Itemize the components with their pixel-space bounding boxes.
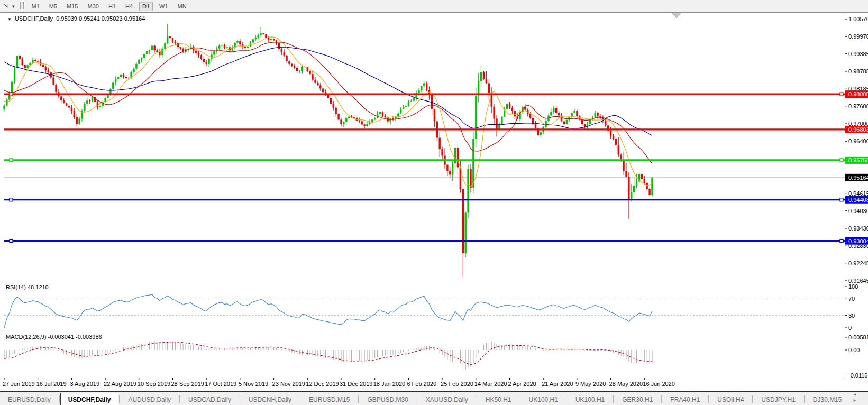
timeframe-button-m15[interactable]: M15	[63, 2, 81, 11]
candle-body	[218, 45, 220, 48]
tab-scroll-right-icon[interactable]: ▸	[854, 397, 856, 403]
candle-body	[198, 53, 199, 55]
timeframe-button-w1[interactable]: W1	[156, 2, 171, 11]
candle-body	[164, 43, 166, 49]
candle-body	[330, 98, 332, 104]
chart-tab-eurusd-m15[interactable]: EURUSD,M15	[301, 393, 358, 405]
timeframe-button-h1[interactable]: H1	[105, 2, 119, 11]
hline-handle[interactable]	[840, 93, 843, 96]
hline-handle[interactable]	[10, 93, 13, 96]
candle-body	[34, 60, 36, 61]
candle-body	[84, 104, 85, 111]
candle-body	[348, 117, 350, 118]
candle-body	[403, 107, 404, 109]
candle-body	[337, 114, 339, 119]
candle-body	[3, 106, 5, 109]
chart-tab-usdjpy-h1[interactable]: USDJPY,H1	[753, 393, 803, 405]
chart-tab-eurusd-daily[interactable]: EURUSD,Daily	[0, 393, 59, 405]
chart-tab-usdcnh-daily[interactable]: USDCNH,Daily	[241, 393, 299, 405]
candle-body	[195, 51, 197, 53]
chart-tab-fra40-h1[interactable]: FRA40,H1	[662, 393, 708, 405]
candle-body	[454, 148, 456, 163]
candle-body	[154, 45, 156, 50]
tab-separator	[520, 395, 520, 403]
hline-label: 0.95758	[848, 157, 868, 163]
chart-tab-ger30-h1[interactable]: GER30,H1	[614, 393, 661, 405]
candle-body	[169, 36, 171, 39]
candle-body	[423, 83, 425, 86]
candle-body	[78, 118, 80, 124]
tab-scroll-left-icon[interactable]: ◂	[854, 391, 856, 397]
timeframe-button-m1[interactable]: M1	[29, 2, 43, 11]
candle-body	[151, 45, 153, 50]
hline-handle[interactable]	[10, 198, 13, 201]
candle-body	[418, 90, 419, 93]
candle-body	[353, 117, 355, 118]
chart-tab-uk100-h1[interactable]: UK100,H1	[521, 393, 566, 405]
crosshair-tool-icon[interactable]: ⇲	[2, 2, 10, 11]
date-tick-label: 3 Aug 2019	[70, 381, 99, 387]
rsi-tick-label: 100	[848, 283, 858, 290]
date-tick-label: 10 Sep 2019	[138, 381, 170, 387]
rsi-indicator-label: RSI(14) 48.1210	[6, 284, 49, 290]
tab-scroll-arrows: ◂ ▸	[850, 391, 861, 403]
candle-body	[123, 75, 124, 77]
chart-tab-usdchf-daily[interactable]: USDCHF,Daily	[60, 393, 119, 405]
chart-tab-usoil-h4[interactable]: USOil,H4	[709, 393, 752, 405]
candle-body	[646, 183, 648, 189]
timeframe-button-mn[interactable]: MN	[175, 2, 190, 11]
chart-tab-xauusd-daily[interactable]: XAUUSD,Daily	[418, 393, 476, 405]
hline-handle[interactable]	[840, 240, 843, 243]
candle-body	[625, 171, 627, 177]
candle-body	[340, 119, 342, 124]
candle-body	[14, 68, 15, 82]
candle-body	[239, 41, 241, 45]
candle-body	[226, 47, 228, 48]
candle-body	[22, 59, 23, 65]
timeframe-button-m5[interactable]: M5	[46, 2, 60, 11]
chart-tab-usdcad-daily[interactable]: USDCAD,Daily	[180, 393, 239, 405]
hline-handle[interactable]	[840, 198, 843, 201]
timeframe-button-h4[interactable]: H4	[122, 2, 136, 11]
candle-body	[506, 104, 508, 109]
chart-tab-dj30-m15[interactable]: DJ30,M15	[805, 393, 850, 405]
candle-body	[37, 61, 39, 61]
hline-handle[interactable]	[840, 159, 843, 162]
date-tick-label: 2 Apr 2020	[508, 381, 536, 387]
tab-separator	[119, 395, 120, 403]
chevron-down-icon[interactable]: ▾	[12, 4, 15, 9]
candle-body	[115, 79, 116, 82]
chart-tab-hk50-h1[interactable]: HK50,H1	[478, 393, 519, 405]
candle-body	[636, 181, 637, 186]
candle-body	[359, 121, 360, 121]
timeframe-button-d1[interactable]: D1	[139, 2, 153, 11]
date-tick-label: 31 Dec 2019	[340, 381, 372, 387]
toolbar-grip[interactable]	[20, 2, 24, 10]
rsi-tick-label: 0	[848, 325, 852, 331]
tab-separator	[300, 395, 300, 403]
chart-menu-icon[interactable]: ▼	[7, 17, 12, 22]
tab-separator	[59, 395, 60, 403]
timeframe-button-m30[interactable]: M30	[85, 2, 102, 11]
rsi-value: 48.1210	[28, 284, 49, 290]
candle-body	[345, 118, 347, 122]
date-tick-label: 22 Aug 2019	[104, 381, 136, 387]
candle-body	[434, 109, 435, 122]
candle-body	[589, 119, 591, 124]
candle-body	[648, 189, 650, 195]
candle-body	[48, 70, 49, 72]
candle-body	[76, 117, 78, 124]
candle-body	[462, 189, 464, 253]
candle-body	[125, 77, 127, 78]
hline-handle[interactable]	[10, 240, 13, 243]
chart-tab-uk100-h1[interactable]: UK100,H1	[568, 393, 613, 405]
hline-handle[interactable]	[10, 159, 13, 162]
candle-body	[363, 125, 365, 126]
macd-tick-label: -0.011514	[848, 372, 868, 379]
chart-tab-audusd-daily[interactable]: AUDUSD,Daily	[120, 393, 179, 405]
candle-body	[216, 49, 217, 51]
chart-tab-gbpusd-m30[interactable]: GBPUSD,M30	[359, 393, 416, 405]
candle-body	[247, 47, 249, 48]
candle-body	[135, 64, 137, 69]
candle-body	[52, 78, 54, 85]
